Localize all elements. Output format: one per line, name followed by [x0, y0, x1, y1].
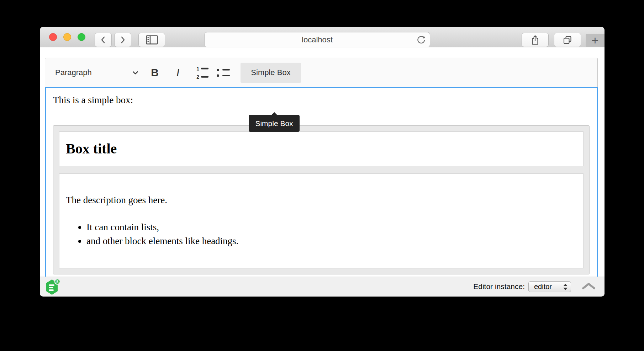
tabs-icon — [563, 35, 572, 44]
show-tab-overview-button[interactable] — [554, 33, 581, 47]
chevron-down-icon — [132, 71, 138, 75]
zoom-window-button[interactable] — [78, 33, 85, 41]
bold-button[interactable]: B — [147, 63, 163, 83]
italic-button[interactable]: I — [170, 63, 186, 83]
plus-icon: + — [592, 34, 599, 46]
list-item[interactable]: It can contain lists, — [86, 220, 577, 234]
expand-inspector-button[interactable] — [582, 282, 595, 291]
intro-paragraph[interactable]: This is a simple box: — [53, 93, 590, 107]
select-stepper-icon — [563, 284, 568, 290]
editor-instance-value: editor — [534, 283, 552, 291]
numbered-list-icon: 1 2 — [195, 66, 208, 79]
simple-box-button-label: Simple Box — [251, 68, 290, 77]
address-bar[interactable]: localhost — [204, 32, 430, 47]
editor-toolbar: Paragraph B I 1 2 — [45, 58, 598, 87]
close-window-button[interactable] — [49, 33, 57, 41]
sidebar-icon — [146, 35, 158, 44]
share-icon — [530, 35, 540, 45]
editor-editable-area[interactable]: This is a simple box: Box title The desc… — [45, 87, 598, 277]
chevron-left-icon — [100, 36, 107, 44]
inspector-bottom-bar: 5 Editor instance: editor — [40, 277, 605, 296]
ol-digit: 2 — [195, 74, 199, 79]
address-text: localhost — [302, 35, 333, 44]
page-content: Paragraph B I 1 2 — [40, 47, 605, 296]
new-tab-button[interactable]: + — [586, 34, 605, 47]
reload-button[interactable] — [416, 35, 426, 46]
ckeditor-logo-icon: 5 — [45, 278, 61, 295]
simple-box-title[interactable]: Box title — [59, 131, 584, 166]
simple-box-widget[interactable]: Box title The description goes here. It … — [53, 125, 590, 274]
description-list: It can contain lists, and other block el… — [66, 220, 577, 248]
ol-digit: 1 — [195, 66, 199, 71]
back-button[interactable] — [95, 33, 112, 47]
minimize-window-button[interactable] — [63, 33, 71, 41]
list-item[interactable]: and other block elements like headings. — [86, 234, 577, 248]
simple-box-tooltip: Simple Box — [249, 115, 300, 132]
safari-window: localhost + — [40, 27, 605, 297]
simple-box-description[interactable]: The description goes here. It can contai… — [59, 173, 584, 268]
italic-icon: I — [176, 66, 180, 79]
share-button[interactable] — [522, 33, 549, 47]
bulleted-list-button[interactable] — [215, 63, 231, 83]
heading-dropdown-label: Paragraph — [55, 68, 92, 77]
chevron-up-icon — [582, 282, 595, 290]
numbered-list-button[interactable]: 1 2 — [194, 63, 210, 83]
description-paragraph[interactable]: The description goes here. — [66, 194, 577, 207]
bold-icon: B — [151, 67, 159, 79]
editor-instance-select[interactable]: editor — [528, 281, 571, 292]
chevron-right-icon — [119, 36, 126, 44]
reload-icon — [416, 35, 426, 45]
editor-instance-label: Editor instance: — [473, 282, 525, 291]
forward-button[interactable] — [114, 33, 131, 47]
browser-titlebar: localhost + — [40, 27, 605, 47]
logo-badge: 5 — [57, 279, 59, 283]
sidebar-toggle-button[interactable] — [138, 33, 165, 47]
traffic-lights — [49, 33, 85, 41]
bulleted-list-icon — [217, 69, 230, 77]
heading-dropdown[interactable]: Paragraph — [55, 63, 138, 83]
simple-box-button[interactable]: Simple Box — [241, 63, 301, 83]
